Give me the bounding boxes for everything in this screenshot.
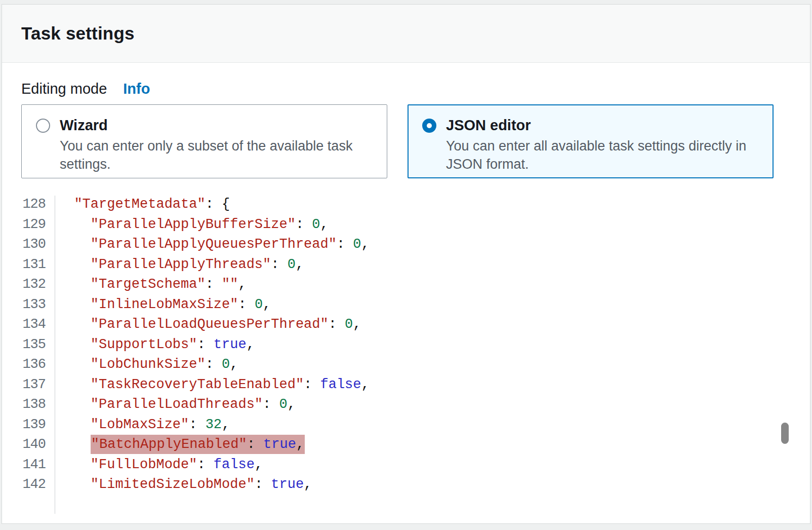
code-line[interactable]: 134 "ParallelLoadQueuesPerThread": 0,	[2, 315, 782, 335]
json-editor[interactable]: 128 "TargetMetadata": {129 "ParallelAppl…	[2, 195, 782, 495]
code-text: "TaskRecoveryTableEnabled": false,	[51, 375, 370, 395]
code-text: "InlineLobMaxSize": 0,	[51, 295, 271, 315]
code-line[interactable]: 141 "FullLobMode": false,	[2, 455, 782, 475]
code-text: "ParallelApplyQueuesPerThread": 0,	[51, 235, 370, 255]
radio-unselected-icon[interactable]	[36, 119, 50, 133]
code-line[interactable]: 130 "ParallelApplyQueuesPerThread": 0,	[2, 235, 782, 255]
line-number: 140	[2, 435, 51, 455]
page-title: Task settings	[21, 23, 135, 44]
code-text: "FullLobMode": false,	[51, 455, 263, 475]
code-line[interactable]: 142 "LimitedSizeLobMode": true,	[2, 475, 782, 495]
code-lines: 128 "TargetMetadata": {129 "ParallelAppl…	[2, 195, 782, 495]
code-line[interactable]: 137 "TaskRecoveryTableEnabled": false,	[2, 375, 782, 395]
code-line[interactable]: 140 "BatchApplyEnabled": true,	[2, 435, 782, 455]
option-description: You can enter only a subset of the avail…	[60, 137, 369, 174]
option-label: Wizard	[60, 117, 108, 134]
option-label: JSON editor	[446, 117, 531, 134]
code-line[interactable]: 132 "TargetSchema": "",	[2, 275, 782, 295]
panel-header: Task settings	[2, 5, 810, 63]
line-number: 131	[2, 255, 51, 275]
line-number: 139	[2, 415, 51, 435]
code-text: "SupportLobs": true,	[51, 335, 255, 355]
code-line[interactable]: 129 "ParallelApplyBufferSize": 0,	[2, 215, 782, 235]
code-line[interactable]: 131 "ParallelApplyThreads": 0,	[2, 255, 782, 275]
line-number: 137	[2, 375, 51, 395]
code-text: "ParallelApplyThreads": 0,	[51, 255, 304, 275]
scrollbar-thumb[interactable]	[781, 423, 789, 444]
radio-selected-icon[interactable]	[422, 119, 436, 133]
editing-mode-row: Editing mode Info	[21, 81, 150, 97]
line-number: 136	[2, 355, 51, 375]
line-number: 132	[2, 275, 51, 295]
editing-mode-option-wizard[interactable]: Wizard You can enter only a subset of th…	[21, 104, 387, 178]
code-line[interactable]: 139 "LobMaxSize": 32,	[2, 415, 782, 435]
code-text: "LimitedSizeLobMode": true,	[51, 475, 312, 495]
line-number: 141	[2, 455, 51, 475]
option-description: You can enter all available task setting…	[446, 137, 755, 174]
code-line[interactable]: 136 "LobChunkSize": 0,	[2, 355, 782, 375]
line-number: 130	[2, 235, 51, 255]
editing-mode-option-json-editor[interactable]: JSON editor You can enter all available …	[408, 104, 774, 178]
editing-mode-label: Editing mode	[21, 81, 107, 97]
line-number: 138	[2, 395, 51, 415]
line-number: 133	[2, 295, 51, 315]
highlighted-code: "BatchApplyEnabled": true,	[91, 435, 305, 454]
info-link[interactable]: Info	[123, 81, 150, 97]
line-number: 142	[2, 475, 51, 495]
code-text: "TargetMetadata": {	[51, 195, 230, 215]
line-number: 135	[2, 335, 51, 355]
code-line[interactable]: 138 "ParallelLoadThreads": 0,	[2, 395, 782, 415]
code-text: "BatchApplyEnabled": true,	[51, 435, 305, 455]
gutter-separator	[55, 196, 55, 514]
code-text: "ParallelApplyBufferSize": 0,	[51, 215, 329, 235]
code-text: "ParallelLoadQueuesPerThread": 0,	[51, 315, 361, 335]
task-settings-panel: Task settings Editing mode Info Wizard Y…	[2, 4, 810, 524]
code-text: "LobChunkSize": 0,	[51, 355, 238, 375]
line-number: 128	[2, 195, 51, 215]
line-number: 134	[2, 315, 51, 335]
code-text: "TargetSchema": "",	[51, 275, 247, 295]
editing-mode-options: Wizard You can enter only a subset of th…	[21, 104, 774, 178]
code-line[interactable]: 133 "InlineLobMaxSize": 0,	[2, 295, 782, 315]
code-line[interactable]: 135 "SupportLobs": true,	[2, 335, 782, 355]
line-number: 129	[2, 215, 51, 235]
code-text: "LobMaxSize": 32,	[51, 415, 230, 435]
code-line[interactable]: 128 "TargetMetadata": {	[2, 195, 782, 215]
code-text: "ParallelLoadThreads": 0,	[51, 395, 296, 415]
